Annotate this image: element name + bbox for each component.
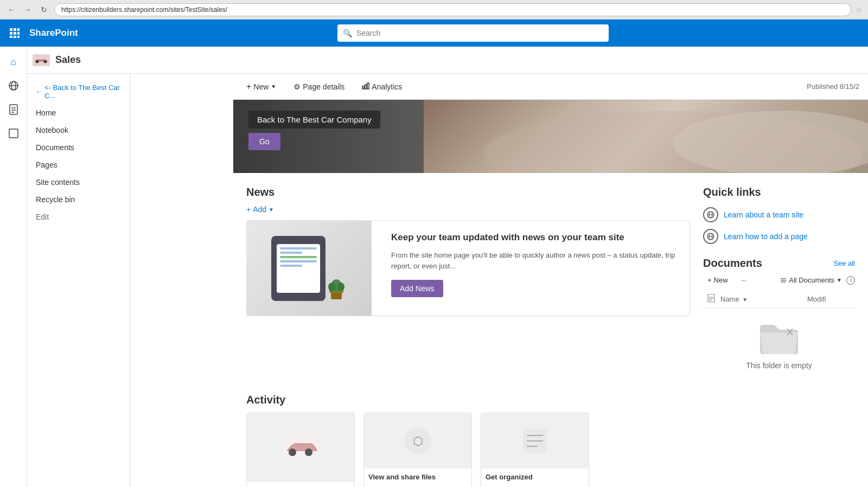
sidebar-icon-pages[interactable] bbox=[3, 123, 24, 144]
file-column-icon bbox=[707, 294, 715, 303]
add-icon: + bbox=[246, 205, 251, 214]
two-column-layout: News + Add ▼ bbox=[233, 173, 868, 381]
sidebar-icon-document[interactable] bbox=[3, 99, 24, 120]
side-column: Quick links Learn about a team site bbox=[703, 186, 855, 381]
page-details-button[interactable]: ⚙ Page details bbox=[289, 80, 349, 93]
add-chevron-icon: ▼ bbox=[269, 207, 274, 213]
svg-point-45 bbox=[289, 448, 296, 456]
svg-rect-4 bbox=[14, 32, 16, 35]
docs-more-button[interactable]: ··· bbox=[737, 274, 751, 286]
svg-rect-3 bbox=[10, 32, 12, 35]
svg-rect-1 bbox=[14, 28, 16, 31]
add-news-button[interactable]: Add News bbox=[391, 280, 443, 297]
documents-section: Documents See all + New ··· bbox=[703, 257, 855, 381]
docs-table-header: Name ▼ Modifi bbox=[703, 291, 855, 308]
svg-rect-2 bbox=[17, 28, 20, 31]
hero-background bbox=[424, 100, 868, 173]
empty-folder-icon bbox=[757, 319, 801, 357]
quick-link-label-0: Learn about a team site bbox=[724, 210, 803, 219]
nav-item-documents[interactable]: Documents bbox=[27, 139, 130, 156]
page-details-icon: ⚙ bbox=[293, 82, 301, 91]
bookmark-icon[interactable]: ☆ bbox=[856, 5, 863, 14]
news-section: News + Add ▼ bbox=[246, 186, 690, 316]
globe-link-icon-1 bbox=[703, 229, 718, 244]
activity-card-img-0 bbox=[247, 413, 354, 482]
docs-info-button[interactable]: i bbox=[846, 276, 855, 285]
docs-view-select[interactable]: All Documents ▼ bbox=[780, 276, 842, 284]
svg-point-28 bbox=[337, 283, 344, 291]
news-content: Keep your team updated with news on your… bbox=[380, 221, 690, 316]
see-all-link[interactable]: See all bbox=[833, 259, 855, 267]
plant-icon bbox=[326, 275, 347, 302]
new-button[interactable]: + New ▼ bbox=[242, 80, 280, 94]
search-bar[interactable]: 🔍 bbox=[337, 24, 609, 42]
svg-rect-0 bbox=[10, 28, 12, 31]
docs-modified-column-header: Modifi bbox=[807, 295, 851, 303]
documents-toolbar: + New ··· All Documents ▼ bbox=[703, 274, 855, 286]
content-area: ← <- Back to The Best Car C... Home Note… bbox=[27, 74, 868, 487]
activity-section: Activity Sales bbox=[233, 381, 868, 487]
forward-button[interactable]: → bbox=[22, 4, 34, 16]
waffle-menu-button[interactable] bbox=[7, 25, 23, 41]
quick-link-1[interactable]: Learn how to add a page bbox=[703, 229, 855, 244]
hero-banner: Back to The Best Car Company Go bbox=[233, 100, 868, 173]
nav-item-home[interactable]: Home bbox=[27, 104, 130, 121]
back-button[interactable]: ← bbox=[5, 4, 17, 16]
svg-rect-21 bbox=[367, 83, 369, 89]
activity-card-1[interactable]: ⬡ View and share files Collaborate on co… bbox=[363, 413, 472, 487]
new-chevron-icon: ▼ bbox=[271, 84, 276, 89]
nav-item-pages[interactable]: Pages bbox=[27, 156, 130, 174]
sharepoint-logo: SharePoint bbox=[29, 28, 78, 39]
news-image bbox=[247, 221, 372, 316]
tablet-illustration bbox=[266, 230, 353, 306]
svg-point-9 bbox=[36, 60, 39, 63]
main-column: News + Add ▼ bbox=[246, 186, 690, 381]
back-link[interactable]: ← <- Back to The Best Car C... bbox=[27, 79, 130, 104]
news-add-button[interactable]: + Add ▼ bbox=[246, 205, 690, 214]
svg-rect-19 bbox=[362, 86, 364, 89]
quick-link-0[interactable]: Learn about a team site bbox=[703, 207, 855, 222]
svg-rect-38 bbox=[708, 294, 714, 302]
activity-card-title-2: Get organized bbox=[481, 469, 589, 485]
activity-card-img-1: ⬡ bbox=[364, 413, 471, 469]
sales-car-icon bbox=[279, 432, 322, 464]
hero-car-image bbox=[424, 100, 868, 173]
sp-topnav: SharePoint 🔍 bbox=[0, 20, 868, 47]
left-nav: ← <- Back to The Best Car C... Home Note… bbox=[27, 74, 130, 487]
site-title: Sales bbox=[55, 54, 81, 66]
quick-links-section: Quick links Learn about a team site bbox=[703, 186, 855, 244]
add-label: Add bbox=[253, 205, 266, 214]
analytics-label: Analytics bbox=[372, 82, 402, 91]
refresh-button[interactable]: ↻ bbox=[38, 4, 50, 16]
site-logo bbox=[33, 54, 50, 66]
docs-new-button[interactable]: + New bbox=[703, 274, 732, 286]
activity-card-0[interactable]: Sales bbox=[246, 413, 355, 487]
svg-point-46 bbox=[305, 448, 312, 456]
nav-item-site-contents[interactable]: Site contents bbox=[27, 174, 130, 191]
svg-rect-6 bbox=[10, 36, 12, 38]
sidebar-icon-globe[interactable] bbox=[3, 75, 24, 97]
docs-plus-icon: + bbox=[707, 276, 712, 284]
svg-rect-7 bbox=[14, 36, 16, 38]
nav-item-notebook[interactable]: Notebook bbox=[27, 121, 130, 139]
analytics-button[interactable]: Analytics bbox=[358, 80, 406, 93]
organize-icon bbox=[519, 425, 551, 457]
activity-card-2[interactable]: Get organized Use lists to keep team act… bbox=[481, 413, 589, 487]
sidebar-icon-home[interactable]: ⌂ bbox=[3, 51, 24, 73]
nav-item-edit[interactable]: Edit bbox=[27, 208, 130, 226]
activity-cards: Sales ⬡ View and share files Collaborate… bbox=[246, 413, 855, 487]
hero-go-button[interactable]: Go bbox=[248, 133, 280, 150]
page-details-label: Page details bbox=[303, 82, 344, 91]
svg-point-10 bbox=[44, 60, 47, 63]
svg-text:⬡: ⬡ bbox=[413, 434, 423, 448]
svg-rect-20 bbox=[365, 85, 367, 89]
svg-rect-18 bbox=[9, 129, 18, 138]
docs-new-label: New bbox=[714, 276, 728, 284]
url-bar[interactable] bbox=[54, 3, 851, 16]
sidebar-icons: ⌂ bbox=[0, 47, 27, 487]
news-card: Keep your team updated with news on your… bbox=[246, 220, 690, 316]
search-input[interactable] bbox=[356, 29, 603, 37]
news-heading: Keep your team updated with news on your… bbox=[391, 232, 679, 244]
nav-item-recycle-bin[interactable]: Recycle bin bbox=[27, 191, 130, 208]
empty-folder-text: This folder is empty bbox=[746, 361, 812, 370]
